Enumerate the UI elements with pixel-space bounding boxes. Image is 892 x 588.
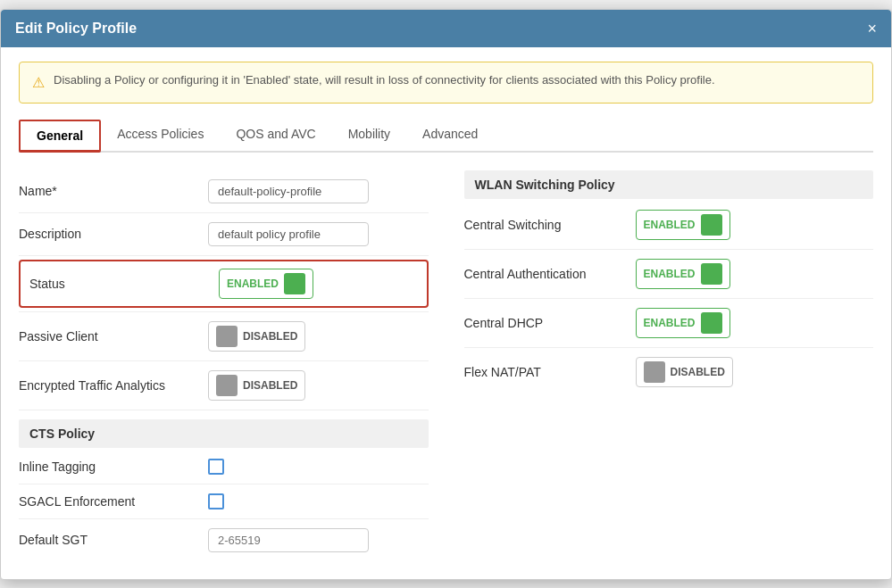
central-switching-toggle[interactable]: ENABLED [636, 210, 730, 240]
name-row: Name* [19, 170, 429, 212]
encrypted-traffic-toggle[interactable]: DISABLED [208, 370, 305, 401]
central-authentication-indicator [701, 263, 722, 285]
central-authentication-toggle-label: ENABLED [644, 268, 696, 280]
tab-general[interactable]: General [19, 120, 101, 153]
status-toggle-indicator [284, 273, 305, 294]
sgacl-enforcement-checkbox[interactable] [208, 493, 224, 509]
passive-client-label: Passive Client [19, 329, 197, 344]
tab-mobility[interactable]: Mobility [332, 120, 406, 153]
central-dhcp-indicator [701, 312, 722, 334]
status-toggle-label: ENABLED [227, 277, 279, 290]
alert-message: Disabling a Policy or configuring it in … [54, 71, 715, 89]
central-dhcp-toggle[interactable]: ENABLED [636, 308, 730, 338]
description-row: Description [19, 213, 429, 255]
flex-nat-indicator [644, 361, 665, 383]
encrypted-traffic-label: Encrypted Traffic Analytics [19, 378, 197, 393]
content-grid: Name* Description Status ENABLED [19, 170, 873, 561]
flex-nat-row: Flex NAT/PAT DISABLED [464, 348, 874, 396]
left-form-section: Name* Description Status ENABLED [19, 170, 429, 561]
central-switching-row: Central Switching ENABLED [464, 201, 874, 249]
central-dhcp-row: Central DHCP ENABLED [464, 299, 874, 347]
alert-box: ⚠ Disabling a Policy or configuring it i… [19, 62, 873, 104]
status-toggle[interactable]: ENABLED [219, 269, 313, 299]
status-row: Status ENABLED [19, 260, 429, 308]
modal-body: ⚠ Disabling a Policy or configuring it i… [1, 47, 891, 579]
tab-advanced[interactable]: Advanced [406, 120, 494, 153]
encrypted-traffic-toggle-label: DISABLED [243, 379, 297, 392]
passive-client-row: Passive Client DISABLED [19, 312, 429, 360]
name-input[interactable] [208, 179, 369, 203]
passive-client-toggle-label: DISABLED [243, 330, 297, 343]
wlan-switching-header: WLAN Switching Policy [464, 170, 874, 199]
central-switching-indicator [701, 214, 722, 236]
central-authentication-toggle[interactable]: ENABLED [636, 259, 730, 289]
flex-nat-label: Flex NAT/PAT [464, 365, 625, 379]
inline-tagging-row: Inline Tagging [19, 450, 429, 484]
central-authentication-row: Central Authentication ENABLED [464, 250, 874, 298]
edit-policy-profile-modal: Edit Policy Profile × ⚠ Disabling a Poli… [0, 9, 892, 580]
sgacl-enforcement-label: SGACL Enforcement [19, 494, 197, 509]
passive-client-toggle[interactable]: DISABLED [208, 321, 305, 352]
central-switching-label: Central Switching [464, 218, 625, 232]
right-section: WLAN Switching Policy Central Switching … [464, 170, 874, 561]
description-label: Description [19, 227, 197, 241]
tab-qos-avc[interactable]: QOS and AVC [220, 120, 331, 153]
modal-close-button[interactable]: × [867, 21, 877, 37]
default-sgt-row: Default SGT [19, 519, 429, 561]
central-dhcp-toggle-label: ENABLED [644, 317, 696, 329]
inline-tagging-label: Inline Tagging [19, 460, 197, 474]
tabs-container: General Access Policies QOS and AVC Mobi… [19, 120, 873, 153]
encrypted-traffic-row: Encrypted Traffic Analytics DISABLED [19, 361, 429, 410]
status-label: Status [29, 277, 208, 291]
modal-header: Edit Policy Profile × [1, 10, 891, 47]
flex-nat-toggle[interactable]: DISABLED [636, 357, 733, 387]
cts-policy-section: CTS Policy Inline Tagging SGACL Enforcem… [19, 419, 429, 561]
description-input[interactable] [208, 222, 369, 246]
inline-tagging-checkbox[interactable] [208, 459, 224, 475]
central-dhcp-label: Central DHCP [464, 316, 625, 330]
modal-title: Edit Policy Profile [15, 21, 137, 37]
name-label: Name* [19, 184, 197, 198]
central-switching-toggle-label: ENABLED [644, 219, 696, 231]
warning-icon: ⚠ [32, 72, 45, 94]
default-sgt-input[interactable] [208, 528, 369, 552]
tab-access-policies[interactable]: Access Policies [101, 120, 220, 153]
central-authentication-label: Central Authentication [464, 267, 625, 281]
passive-client-indicator [216, 326, 238, 347]
default-sgt-label: Default SGT [19, 533, 197, 547]
flex-nat-toggle-label: DISABLED [671, 366, 725, 378]
encrypted-traffic-indicator [216, 375, 238, 396]
cts-policy-header: CTS Policy [19, 419, 429, 448]
sgacl-enforcement-row: SGACL Enforcement [19, 484, 429, 518]
